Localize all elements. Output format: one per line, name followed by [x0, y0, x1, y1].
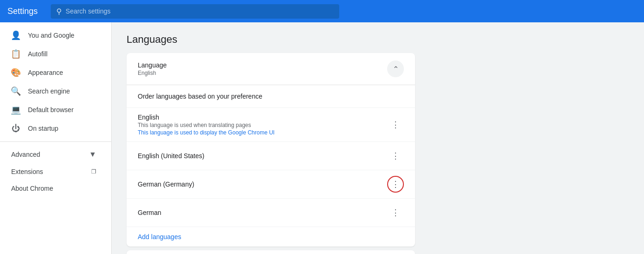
sidebar-item-search-engine[interactable]: 🔍 Search engine [0, 82, 107, 100]
order-label: Order languages based on your preference [138, 93, 404, 100]
language-row-english-us: English (United States) ⋮ [127, 141, 415, 170]
sidebar-label-extensions: Extensions [11, 168, 43, 175]
language-name-german-germany: German (Germany) [138, 180, 387, 188]
sidebar-label-on-startup: On startup [28, 125, 58, 132]
sidebar-item-on-startup[interactable]: ⏻ On startup [0, 119, 107, 138]
language-name: English [138, 114, 387, 121]
language-info-german: German [138, 209, 387, 216]
sidebar-label-you-and-google: You and Google [28, 32, 74, 39]
language-desc: This language is used when translating p… [138, 122, 387, 128]
language-info-german-germany: German (Germany) [138, 180, 387, 188]
sidebar-item-appearance[interactable]: 🎨 Appearance [0, 63, 107, 82]
sidebar-item-advanced[interactable]: Advanced ▼ [0, 146, 107, 163]
language-row-english: English This language is used when trans… [127, 107, 415, 141]
sidebar-item-autofill[interactable]: 📋 Autofill [0, 45, 107, 63]
toggle-section: Offer to translate pages that aren't in … [127, 250, 415, 254]
language-header-text: Language English [138, 61, 167, 76]
add-languages-row: Add languages [127, 227, 415, 247]
search-input[interactable] [66, 7, 334, 15]
power-icon: ⏻ [11, 124, 20, 133]
sidebar-item-default-browser[interactable]: 💻 Default browser [0, 100, 107, 119]
more-options-button-german-germany[interactable]: ⋮ [387, 176, 404, 193]
sidebar-label-search-engine: Search engine [28, 87, 70, 95]
sidebar-label-advanced: Advanced [11, 151, 40, 158]
sidebar-label-appearance: Appearance [28, 69, 63, 76]
add-languages-button[interactable]: Add languages [138, 233, 181, 241]
search-nav-icon: 🔍 [11, 87, 20, 96]
language-row-german-germany: German (Germany) ⋮ [127, 170, 415, 198]
sidebar-item-you-and-google[interactable]: 👤 You and Google [0, 26, 107, 45]
sidebar-label-default-browser: Default browser [28, 106, 74, 114]
sidebar-label-autofill: Autofill [28, 50, 47, 58]
sidebar-item-about-chrome[interactable]: About Chrome [0, 180, 107, 197]
app-title: Settings [7, 7, 38, 16]
order-section: Order languages based on your preference [127, 85, 415, 107]
palette-icon: 🎨 [11, 68, 20, 77]
search-bar[interactable]: ⚲ [51, 4, 339, 19]
language-ui-text: This language is used to display the Goo… [138, 129, 387, 136]
more-options-button-german[interactable]: ⋮ [387, 204, 404, 221]
more-options-button-english-us[interactable]: ⋮ [387, 147, 404, 164]
sidebar: 👤 You and Google 📋 Autofill 🎨 Appearance… [0, 22, 112, 254]
main-content: Languages Language English ⌃ Order langu… [112, 22, 644, 254]
language-info-english-us: English (United States) [138, 152, 387, 160]
external-link-icon: ❐ [91, 168, 96, 175]
person-icon: 👤 [11, 31, 20, 40]
sidebar-advanced-section: Advanced ▼ [0, 141, 111, 163]
offer-translate-row: Offer to translate pages that aren't in … [127, 250, 415, 254]
web-icon: 💻 [11, 105, 20, 114]
language-info-english: English This language is used when trans… [138, 114, 387, 136]
language-name-english-us: English (United States) [138, 152, 387, 160]
page-title: Languages [127, 33, 629, 46]
language-card: Language English ⌃ Order languages based… [127, 53, 415, 247]
sidebar-item-extensions[interactable]: Extensions ❐ [0, 163, 107, 180]
chevron-down-icon: ▼ [89, 150, 96, 159]
main-layout: 👤 You and Google 📋 Autofill 🎨 Appearance… [0, 22, 644, 254]
more-options-button-english[interactable]: ⋮ [387, 116, 404, 133]
search-icon: ⚲ [56, 7, 62, 16]
assignment-icon: 📋 [11, 49, 20, 59]
language-header-row: Language English ⌃ [127, 53, 415, 85]
sidebar-label-about-chrome: About Chrome [11, 185, 53, 192]
language-subtitle: English [138, 70, 167, 76]
language-title: Language [138, 61, 167, 69]
app-header: Settings ⚲ [0, 0, 644, 22]
collapse-button[interactable]: ⌃ [387, 60, 404, 77]
language-name-german: German [138, 209, 387, 216]
language-row-german: German ⋮ [127, 198, 415, 227]
